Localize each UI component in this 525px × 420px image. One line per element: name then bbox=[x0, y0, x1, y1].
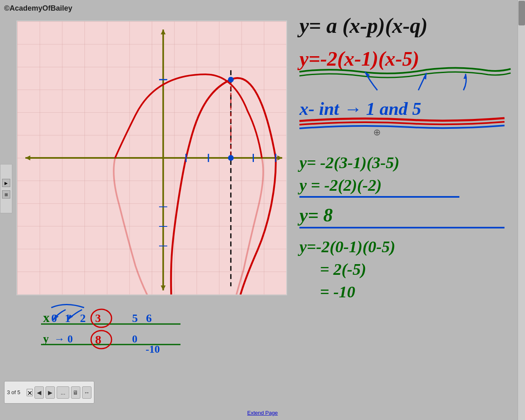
svg-text:8: 8 bbox=[95, 333, 101, 346]
graph-area bbox=[16, 21, 287, 295]
close-nav-btn[interactable]: ✕ bbox=[27, 389, 33, 396]
graph-svg bbox=[17, 21, 286, 294]
resize-btn[interactable]: ↔ bbox=[82, 386, 91, 399]
svg-text:→ 0: → 0 bbox=[54, 333, 73, 345]
scrollbar-thumb[interactable] bbox=[518, 1, 525, 25]
panel-grid-btn[interactable]: ⊞ bbox=[2, 190, 10, 199]
left-panel[interactable]: ▶ ⊞ bbox=[0, 164, 12, 213]
menu-btn[interactable]: ... bbox=[57, 386, 69, 399]
annotation-area: y= a (x-p)(x-q) y=-2(x-1)(x-5) x- int → … bbox=[295, 8, 517, 410]
svg-point-10 bbox=[228, 77, 234, 82]
watermark: ©AcademyOfBailey bbox=[4, 4, 72, 13]
svg-text:y = -2(2)(-2): y = -2(2)(-2) bbox=[298, 176, 381, 194]
svg-point-35 bbox=[91, 331, 112, 349]
svg-text:y= 8: y= 8 bbox=[297, 205, 333, 226]
bottom-labels: x 0 1 2 3 5 6 y → 0 8 0 -10 bbox=[16, 299, 287, 381]
svg-text:6: 6 bbox=[146, 312, 152, 324]
svg-text:3: 3 bbox=[95, 312, 101, 324]
scrollbar[interactable] bbox=[518, 0, 525, 420]
svg-text:y= a (x-p)(x-q): y= a (x-p)(x-q) bbox=[297, 14, 428, 38]
svg-text:x: x bbox=[43, 310, 50, 325]
svg-point-11 bbox=[228, 155, 234, 161]
monitor-btn[interactable]: 🖥 bbox=[71, 386, 80, 399]
svg-text:y=-2(x-1)(x-5): y=-2(x-1)(x-5) bbox=[297, 47, 419, 70]
extend-page-link[interactable]: Extend Page bbox=[247, 410, 278, 416]
svg-text:= 2(-5): = 2(-5) bbox=[320, 260, 366, 278]
svg-text:y= -2(3-1)(3-5): y= -2(3-1)(3-5) bbox=[298, 153, 399, 172]
next-btn[interactable]: ▶ bbox=[46, 386, 55, 399]
nav-bar: 3 of 5 ✕ ◀ ▶ ... 🖥 ↔ bbox=[4, 381, 94, 404]
svg-text:= -10: = -10 bbox=[320, 283, 355, 301]
svg-text:y=-2(0-1)(0-5): y=-2(0-1)(0-5) bbox=[298, 237, 395, 256]
prev-btn[interactable]: ◀ bbox=[34, 386, 44, 399]
main-content: ©AcademyOfBailey bbox=[0, 0, 525, 420]
svg-text:x- int → 1 and 5: x- int → 1 and 5 bbox=[299, 99, 421, 119]
panel-arrow-btn[interactable]: ▶ bbox=[2, 179, 10, 187]
svg-text:⊕: ⊕ bbox=[373, 127, 381, 137]
svg-text:y: y bbox=[43, 332, 49, 345]
page-indicator: 3 of 5 bbox=[7, 389, 23, 395]
svg-text:-10: -10 bbox=[146, 343, 160, 355]
svg-text:0: 0 bbox=[132, 333, 137, 345]
svg-text:5: 5 bbox=[132, 312, 138, 324]
svg-text:2: 2 bbox=[80, 312, 86, 324]
